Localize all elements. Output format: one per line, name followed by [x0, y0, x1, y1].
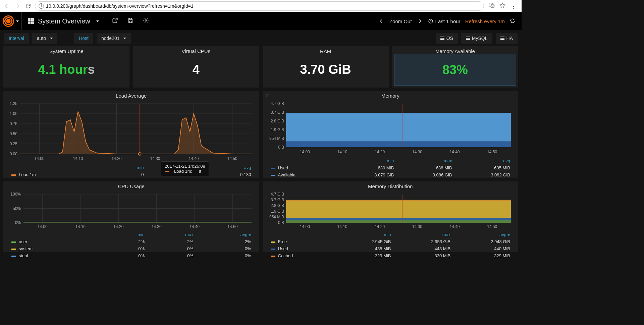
svg-text:14:50: 14:50: [227, 156, 237, 161]
panel-title: Memory Distribution: [263, 181, 519, 191]
panel-ram[interactable]: RAM 3.70 GiB: [263, 46, 389, 88]
stat-suffix: s: [88, 62, 95, 77]
svg-text:14:40: 14:40: [449, 224, 460, 229]
back-button[interactable]: [3, 2, 11, 10]
legend-row[interactable]: Free2.945 GiB2.953 GiB2.948 GiB: [268, 238, 513, 245]
panel-load-average[interactable]: Load Average 0.000.250.500.751.001.2514:…: [3, 91, 259, 178]
svg-text:14:10: 14:10: [337, 224, 347, 229]
svg-rect-43: [286, 142, 511, 147]
panel-title: Virtual CPUs: [133, 46, 259, 56]
svg-text:2.8 GiB: 2.8 GiB: [270, 119, 284, 123]
panel-popout-icon[interactable]: ⤢: [265, 93, 269, 98]
share-button[interactable]: [112, 17, 118, 25]
svg-text:14:40: 14:40: [190, 224, 200, 229]
svg-text:14:50: 14:50: [487, 150, 497, 154]
svg-text:3.7 GiB: 3.7 GiB: [270, 198, 284, 202]
refresh-now-button[interactable]: [509, 18, 516, 25]
svg-text:14:00: 14:00: [300, 224, 310, 229]
svg-text:954 MiB: 954 MiB: [269, 215, 284, 219]
svg-text:4.7 GiB: 4.7 GiB: [270, 102, 284, 106]
svg-text:14:10: 14:10: [73, 156, 83, 161]
sort-icon[interactable]: [507, 234, 510, 236]
time-range-button[interactable]: Last 1 hour: [428, 18, 461, 24]
svg-text:2.8 GiB: 2.8 GiB: [270, 203, 284, 208]
link-ha[interactable]: HA: [496, 33, 518, 44]
stat-value: 83%: [394, 54, 516, 86]
svg-text:14:40: 14:40: [189, 156, 199, 161]
svg-text:14:50: 14:50: [487, 224, 497, 229]
sort-icon[interactable]: [249, 234, 251, 236]
time-range-label: Last 1 hour: [435, 18, 461, 24]
browser-toolbar: i 10.0.0.200/graph/dashboard/db/system-o…: [0, 0, 522, 12]
stat-value: 4.1 hour: [38, 62, 88, 77]
legend-memdist: minmaxavg Free2.945 GiB2.953 GiB2.948 Gi…: [263, 231, 519, 262]
browser-menu-icon[interactable]: ⋮: [510, 2, 517, 10]
svg-point-30: [139, 153, 141, 155]
tooltip-timestamp: 2017-11-21 14:26:08: [165, 164, 205, 169]
memory-chart[interactable]: 0 B954 MiB1.9 GiB2.8 GiB3.7 GiB4.7 GiB14…: [263, 101, 519, 157]
panel-cpu-usage[interactable]: CPU Usage 0%50%100%14:0014:1014:2014:301…: [3, 181, 259, 252]
legend-row[interactable]: Load 1m01.0600.130: [9, 171, 254, 178]
cpu-chart[interactable]: 0%50%100%14:0014:1014:2014:3014:4014:50: [3, 191, 259, 231]
svg-text:14:20: 14:20: [111, 156, 121, 161]
menu-icon: [440, 37, 444, 40]
interval-label: Interval: [4, 33, 29, 44]
top-nav: System Overview Zoom Out Last 1 hour Ref…: [0, 12, 522, 30]
legend-row[interactable]: Used630 MiB638 MiB635 MiB: [268, 165, 513, 171]
svg-rect-44: [286, 113, 511, 141]
time-forward-button[interactable]: [417, 19, 423, 23]
refresh-rate-button[interactable]: Refresh every 1m: [465, 18, 505, 24]
chevron-down-icon: [50, 38, 53, 39]
forward-button[interactable]: [13, 2, 21, 10]
host-select[interactable]: node201: [97, 33, 131, 44]
memdist-chart[interactable]: 0 B954 MiB1.9 GiB2.8 GiB3.7 GiB4.7 GiB14…: [263, 191, 519, 231]
panel-memory[interactable]: ⤢ Memory 0 B954 MiB1.9 GiB2.8 GiB3.7 GiB…: [263, 91, 519, 178]
site-info-icon[interactable]: i: [39, 3, 44, 9]
legend-row[interactable]: steal0%0%0%: [9, 253, 254, 259]
link-mysql[interactable]: MySQL: [461, 33, 492, 44]
panel-memory-distribution[interactable]: Memory Distribution 0 B954 MiB1.9 GiB2.8…: [263, 181, 519, 252]
interval-select[interactable]: auto: [32, 33, 57, 44]
legend-row[interactable]: system0%0%0%: [9, 246, 254, 252]
svg-text:0.00: 0.00: [10, 152, 18, 156]
legend-row[interactable]: Used435 MiB443 MiB440 MiB: [268, 246, 513, 252]
dashboard-title-button[interactable]: System Overview: [21, 12, 105, 30]
logo-button[interactable]: [0, 12, 21, 30]
link-os[interactable]: OS: [436, 33, 458, 44]
svg-text:50%: 50%: [13, 206, 21, 211]
legend-row[interactable]: user2%2%2%: [9, 238, 254, 245]
chevron-down-icon: [16, 20, 19, 22]
grafana-logo-icon: [3, 15, 14, 27]
save-button[interactable]: [127, 17, 133, 25]
svg-text:0.75: 0.75: [10, 121, 18, 126]
panel-title: RAM: [263, 46, 389, 56]
panel-title: Load Average: [3, 91, 259, 101]
svg-text:0 B: 0 B: [278, 220, 284, 225]
svg-point-4: [145, 20, 147, 21]
host-label: Host: [74, 33, 93, 44]
panel-memory-available[interactable]: Memory Available 83%: [392, 46, 518, 88]
settings-button[interactable]: [143, 17, 149, 25]
panel-virtual-cpus[interactable]: Virtual CPUs 4: [133, 46, 259, 88]
legend-row[interactable]: Available3.079 GiB3.086 GiB3.082 GiB: [268, 172, 513, 178]
svg-rect-80: [286, 218, 511, 220]
bookmark-icon[interactable]: [499, 2, 505, 10]
url-text: 10.0.0.200/graph/dashboard/db/system-ove…: [46, 3, 194, 9]
panel-title: System Uptime: [3, 46, 129, 56]
svg-text:14:00: 14:00: [34, 156, 44, 161]
svg-text:14:50: 14:50: [227, 224, 237, 229]
panel-system-uptime[interactable]: System Uptime 4.1 hours: [3, 46, 129, 88]
translate-icon[interactable]: 文A: [489, 2, 495, 10]
panel-title: Memory: [263, 91, 519, 101]
svg-text:3.7 GiB: 3.7 GiB: [270, 110, 284, 115]
url-bar[interactable]: i 10.0.0.200/graph/dashboard/db/system-o…: [35, 1, 484, 11]
legend-row[interactable]: Cached329 MiB330 MiB329 MiB: [268, 253, 513, 259]
time-back-button[interactable]: [378, 19, 385, 23]
svg-text:14:20: 14:20: [375, 150, 385, 154]
svg-text:14:20: 14:20: [113, 224, 123, 229]
load-chart[interactable]: 0.000.250.500.751.001.2514:0014:1014:201…: [3, 101, 259, 164]
zoom-out-button[interactable]: Zoom Out: [389, 18, 412, 24]
tooltip-swatch: [165, 171, 169, 172]
reload-button[interactable]: [24, 2, 32, 10]
svg-text:4.7 GiB: 4.7 GiB: [270, 193, 284, 197]
